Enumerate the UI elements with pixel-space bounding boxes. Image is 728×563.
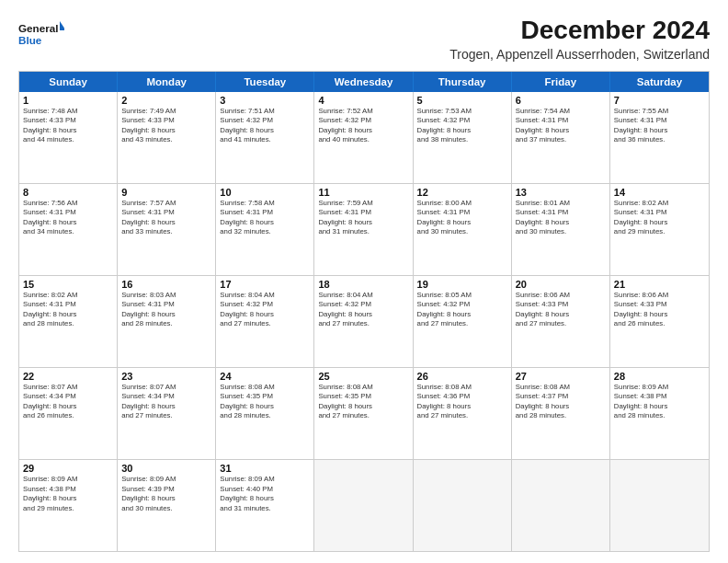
cell-line: Sunrise: 7:58 AM [220,199,310,209]
cell-line: Daylight: 8 hours [121,126,211,136]
cell-line: and 27 minutes. [318,411,408,421]
day-number: 2 [121,95,211,106]
cell-line: and 38 minutes. [417,135,507,145]
cell-line: and 40 minutes. [318,135,408,145]
cell-line: Daylight: 8 hours [23,218,113,228]
day-number: 29 [23,463,113,474]
empty-cell [610,460,709,551]
cell-line: Sunset: 4:31 PM [614,208,705,218]
calendar-body: 1Sunrise: 7:48 AMSunset: 4:33 PMDaylight… [19,92,709,551]
day-number: 14 [614,187,705,198]
cell-line: Sunrise: 7:52 AM [318,107,408,117]
day-cell-20: 20Sunrise: 8:06 AMSunset: 4:33 PMDayligh… [512,276,610,367]
cell-line: Daylight: 8 hours [614,310,705,320]
day-cell-26: 26Sunrise: 8:08 AMSunset: 4:36 PMDayligh… [414,368,512,459]
day-number: 25 [318,371,408,382]
day-number: 11 [318,187,408,198]
day-cell-17: 17Sunrise: 8:04 AMSunset: 4:32 PMDayligh… [216,276,314,367]
cell-line: Sunset: 4:31 PM [614,116,705,126]
day-cell-5: 5Sunrise: 7:53 AMSunset: 4:32 PMDaylight… [414,92,512,183]
cell-line: Sunset: 4:31 PM [318,208,408,218]
cell-line: Sunrise: 8:04 AM [220,291,310,301]
day-number: 20 [516,279,606,290]
cell-line: Sunset: 4:32 PM [220,116,310,126]
day-number: 15 [23,279,113,290]
day-number: 7 [614,95,705,106]
week-row-3: 15Sunrise: 8:02 AMSunset: 4:31 PMDayligh… [19,275,709,367]
title-block: December 2024 Trogen, Appenzell Ausserrh… [449,17,710,62]
day-number: 13 [516,187,606,198]
cell-line: Sunrise: 7:54 AM [516,107,606,117]
day-number: 27 [516,371,606,382]
cell-line: Daylight: 8 hours [121,310,211,320]
cell-line: Daylight: 8 hours [220,310,310,320]
empty-cell [512,460,610,551]
cell-line: Sunrise: 7:48 AM [23,107,113,117]
cell-line: Sunset: 4:33 PM [23,116,113,126]
cell-line: Sunrise: 8:06 AM [516,291,606,301]
cell-line: Sunrise: 7:49 AM [121,107,211,117]
cell-line: Daylight: 8 hours [516,402,606,412]
cell-line: and 32 minutes. [220,227,310,237]
cell-line: Sunset: 4:38 PM [23,485,113,495]
cell-line: and 31 minutes. [318,227,408,237]
cell-line: Sunrise: 8:09 AM [121,475,211,485]
cell-line: Sunrise: 8:07 AM [23,383,113,393]
cell-line: Daylight: 8 hours [220,218,310,228]
cell-line: and 26 minutes. [23,411,113,421]
cell-line: Sunrise: 8:06 AM [614,291,705,301]
day-cell-2: 2Sunrise: 7:49 AMSunset: 4:33 PMDaylight… [118,92,216,183]
day-cell-30: 30Sunrise: 8:09 AMSunset: 4:39 PMDayligh… [118,460,216,551]
day-cell-6: 6Sunrise: 7:54 AMSunset: 4:31 PMDaylight… [512,92,610,183]
cell-line: Sunrise: 8:04 AM [318,291,408,301]
logo: General Blue [18,17,64,53]
cell-line: Sunset: 4:35 PM [318,392,408,402]
cell-line: Sunset: 4:35 PM [220,392,310,402]
day-cell-21: 21Sunrise: 8:06 AMSunset: 4:33 PMDayligh… [610,276,709,367]
page: General Blue December 2024 Trogen, Appen… [0,0,728,563]
cell-line: Sunrise: 8:08 AM [220,383,310,393]
cell-line: and 30 minutes. [121,504,211,514]
cell-line: and 29 minutes. [23,504,113,514]
day-cell-22: 22Sunrise: 8:07 AMSunset: 4:34 PMDayligh… [19,368,118,459]
day-cell-8: 8Sunrise: 7:56 AMSunset: 4:31 PMDaylight… [19,184,118,275]
cell-line: Daylight: 8 hours [318,310,408,320]
day-number: 17 [220,279,310,290]
cell-line: Daylight: 8 hours [417,218,507,228]
day-number: 4 [318,95,408,106]
cell-line: and 41 minutes. [220,135,310,145]
cell-line: Daylight: 8 hours [516,218,606,228]
week-row-1: 1Sunrise: 7:48 AMSunset: 4:33 PMDaylight… [19,92,709,183]
cell-line: Sunrise: 8:09 AM [220,475,310,485]
cell-line: Sunrise: 7:59 AM [318,199,408,209]
cell-line: Sunset: 4:31 PM [516,116,606,126]
cell-line: Sunset: 4:33 PM [516,300,606,310]
cell-line: and 27 minutes. [516,319,606,329]
cell-line: and 30 minutes. [417,227,507,237]
cell-line: Sunrise: 7:57 AM [121,199,211,209]
cell-line: Sunrise: 8:08 AM [417,383,507,393]
calendar-header: SundayMondayTuesdayWednesdayThursdayFrid… [19,72,709,92]
cell-line: Daylight: 8 hours [614,402,705,412]
cell-line: Daylight: 8 hours [614,218,705,228]
cell-line: Sunrise: 8:02 AM [614,199,705,209]
day-number: 16 [121,279,211,290]
cell-line: Sunrise: 8:02 AM [23,291,113,301]
day-number: 8 [23,187,113,198]
cell-line: and 28 minutes. [516,411,606,421]
cell-line: Daylight: 8 hours [318,402,408,412]
day-cell-9: 9Sunrise: 7:57 AMSunset: 4:31 PMDaylight… [118,184,216,275]
day-cell-11: 11Sunrise: 7:59 AMSunset: 4:31 PMDayligh… [314,184,413,275]
day-number: 22 [23,371,113,382]
day-cell-16: 16Sunrise: 8:03 AMSunset: 4:31 PMDayligh… [118,276,216,367]
day-cell-31: 31Sunrise: 8:09 AMSunset: 4:40 PMDayligh… [216,460,314,551]
day-number: 12 [417,187,507,198]
cell-line: Sunset: 4:31 PM [23,208,113,218]
day-cell-23: 23Sunrise: 8:07 AMSunset: 4:34 PMDayligh… [118,368,216,459]
cell-line: and 26 minutes. [614,319,705,329]
cell-line: Sunset: 4:34 PM [121,392,211,402]
svg-text:General: General [18,22,58,34]
cell-line: and 28 minutes. [220,411,310,421]
cell-line: and 34 minutes. [23,227,113,237]
cell-line: Sunset: 4:31 PM [121,300,211,310]
